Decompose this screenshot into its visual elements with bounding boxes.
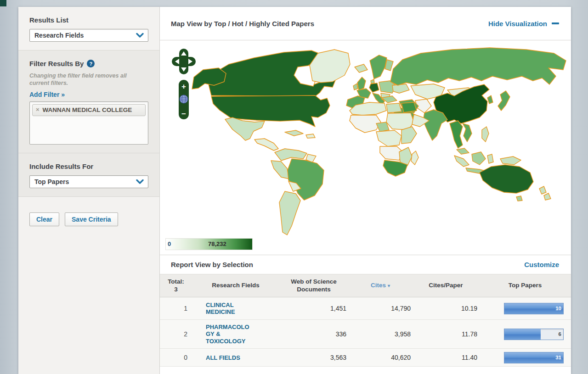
filter-chip[interactable]: × WANNAN MEDICAL COLLEGE xyxy=(32,104,146,116)
country-russia[interactable] xyxy=(390,48,566,85)
hide-visualization-link[interactable]: Hide Visualization xyxy=(488,20,559,28)
zoom-out-icon[interactable]: − xyxy=(181,110,186,118)
column-header-cites[interactable]: Cites ▾ xyxy=(348,274,413,297)
sidebar: Results List Research Fields Filter Resu… xyxy=(18,7,160,374)
country-ireland[interactable] xyxy=(353,84,358,90)
country-denmark[interactable] xyxy=(371,79,374,84)
country-nigeria[interactable] xyxy=(376,122,389,132)
top-papers-bar: 31 xyxy=(504,352,564,363)
column-header-top-papers[interactable]: Top Papers xyxy=(479,274,571,297)
island-sumatra[interactable] xyxy=(454,156,469,167)
region-vietnam-laos[interactable] xyxy=(463,123,472,142)
window-corner-square xyxy=(0,0,6,6)
cites-per-paper-value: 11.78 xyxy=(413,320,479,349)
results-list-selected-value: Research Fields xyxy=(34,32,84,39)
top-papers-bar: 6 xyxy=(504,329,564,340)
island-new-guinea[interactable] xyxy=(500,156,521,165)
cites-per-paper-value: 10.19 xyxy=(413,297,479,320)
country-cuba[interactable] xyxy=(285,130,303,136)
top-papers-bar: 10 xyxy=(504,303,564,314)
results-list-section: Results List Research Fields xyxy=(18,7,159,50)
wos-documents-value: 3,563 xyxy=(279,349,348,367)
table-row: 2 PHARMACOLOGY & TOXICOLOGY 336 3,958 11… xyxy=(160,320,571,349)
column-header-cites-per-paper[interactable]: Cites/Paper xyxy=(413,274,479,297)
legend-min-value: 0 xyxy=(168,240,171,247)
table-row: 0 ALL FIELDS 3,563 40,620 11.40 31 xyxy=(160,349,571,367)
country-germany[interactable] xyxy=(369,83,379,92)
column-header-research-fields[interactable]: Research Fields xyxy=(192,274,279,297)
island-tasmania[interactable] xyxy=(516,196,522,201)
region-central-america[interactable] xyxy=(254,139,278,151)
country-hispaniola[interactable] xyxy=(306,134,315,138)
include-results-section: Include Results For Top Papers xyxy=(18,153,159,197)
island-borneo[interactable] xyxy=(472,152,486,165)
row-rank: 2 xyxy=(160,320,192,349)
include-results-selected-value: Top Papers xyxy=(34,178,69,185)
country-new-zealand-south[interactable] xyxy=(544,193,551,200)
country-malaysia[interactable] xyxy=(457,148,469,154)
table-row: 1 CLINICAL MEDICINE 1,451 14,790 10.19 1… xyxy=(160,297,571,320)
world-choropleth-map[interactable] xyxy=(160,41,571,239)
include-results-title: Include Results For xyxy=(29,162,148,170)
map-legend: 0 78,232 xyxy=(165,238,253,250)
report-header: Report View by Selection Customize xyxy=(160,255,571,274)
top-papers-bar-fill xyxy=(504,303,563,314)
field-link[interactable]: CLINICAL MEDICINE xyxy=(206,301,253,316)
filter-section: Filter Results By ? Changing the filter … xyxy=(18,50,159,153)
row-rank: 0 xyxy=(160,349,192,367)
country-ukraine[interactable] xyxy=(392,84,409,93)
zoom-in-icon[interactable]: + xyxy=(181,82,186,91)
region-argentina-chile[interactable] xyxy=(279,191,300,235)
country-madagascar[interactable] xyxy=(411,151,418,165)
cites-value: 14,790 xyxy=(348,297,413,320)
country-south-korea[interactable] xyxy=(487,95,493,104)
customize-link[interactable]: Customize xyxy=(524,261,559,268)
country-new-zealand-north[interactable] xyxy=(539,186,546,194)
country-japan[interactable] xyxy=(498,91,510,111)
main-content: Map View by Top / Hot / Highly Cited Pap… xyxy=(160,7,571,374)
field-link[interactable]: PHARMACOLOGY & TOXICOLOGY xyxy=(206,324,253,345)
chevron-down-icon xyxy=(136,33,144,38)
country-peru[interactable] xyxy=(271,161,289,179)
results-list-title: Results List xyxy=(29,16,148,24)
country-iceland[interactable] xyxy=(355,64,368,73)
region-myanmar-thailand[interactable] xyxy=(450,121,463,148)
island-sulawesi[interactable] xyxy=(487,154,493,163)
chevron-down-icon xyxy=(136,179,144,184)
sort-descending-icon: ▾ xyxy=(388,283,390,288)
map-navigation-controls: + − xyxy=(172,48,198,121)
region-norway-sweden[interactable] xyxy=(370,55,387,79)
report-table: Total: 3 Research Fields Web of Science … xyxy=(160,274,571,367)
map-area: + − 0 78,232 xyxy=(160,40,571,255)
results-list-select[interactable]: Research Fields xyxy=(29,29,148,42)
visualization-header: Map View by Top / Hot / Highly Cited Pap… xyxy=(160,7,571,40)
wos-documents-value: 336 xyxy=(279,320,348,349)
country-australia[interactable] xyxy=(480,165,533,193)
country-united-kingdom[interactable] xyxy=(357,77,366,90)
cites-value: 40,620 xyxy=(348,349,413,367)
cites-value: 3,958 xyxy=(348,320,413,349)
country-philippines[interactable] xyxy=(482,127,489,142)
region-central-africa[interactable] xyxy=(376,130,401,146)
country-india[interactable] xyxy=(423,110,447,140)
help-icon[interactable]: ? xyxy=(87,60,95,67)
remove-filter-icon[interactable]: × xyxy=(36,106,40,113)
filter-note: Changing the filter field removes all cu… xyxy=(29,72,144,87)
top-papers-bar-value: 10 xyxy=(555,306,561,311)
region-colombia-venezuela[interactable] xyxy=(275,149,307,161)
active-filters-box: × WANNAN MEDICAL COLLEGE xyxy=(29,101,148,145)
save-criteria-button[interactable]: Save Criteria xyxy=(65,212,118,226)
globe-icon[interactable] xyxy=(180,95,188,103)
country-finland[interactable] xyxy=(385,60,393,71)
country-libya[interactable] xyxy=(386,103,401,113)
add-filter-link[interactable]: Add Filter » xyxy=(29,91,65,98)
wos-documents-value: 1,451 xyxy=(279,297,348,320)
include-results-select[interactable]: Top Papers xyxy=(29,175,148,188)
region-east-africa[interactable] xyxy=(401,127,417,144)
column-header-wos-documents[interactable]: Web of Science Documents xyxy=(279,274,348,297)
clear-button[interactable]: Clear xyxy=(29,212,59,226)
legend-max-value: 78,232 xyxy=(208,240,226,247)
country-egypt[interactable] xyxy=(401,102,417,112)
country-mexico[interactable] xyxy=(225,117,265,140)
field-link[interactable]: ALL FIELDS xyxy=(206,354,253,361)
